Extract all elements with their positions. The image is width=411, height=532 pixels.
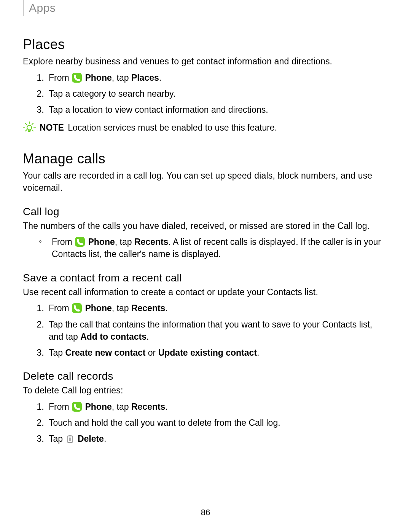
places-step-2: Tap a category to search nearby. xyxy=(46,88,388,100)
save-intro: Use recent call information to create a … xyxy=(23,286,388,299)
subheading-delete-records: Delete call records xyxy=(23,370,388,382)
delete-step-1: From Phone, tap Recents. xyxy=(46,401,388,413)
phone-icon xyxy=(75,237,85,247)
breadcrumb: Apps xyxy=(23,0,56,16)
save-step-2: Tap the call that contains the informati… xyxy=(46,318,388,343)
calllog-intro: The numbers of the calls you have dialed… xyxy=(23,220,388,232)
phone-icon xyxy=(72,402,82,412)
places-steps: From Phone, tap Places. Tap a category t… xyxy=(23,72,388,116)
places-step-3: Tap a location to view contact informati… xyxy=(46,104,388,116)
calllog-bullets: From Phone, tap Recents. A list of recen… xyxy=(23,236,388,260)
section-heading-places: Places xyxy=(23,37,388,53)
page-number: 86 xyxy=(0,508,411,518)
manual-page: Apps Places Explore nearby business and … xyxy=(0,0,411,532)
places-note: NOTE Location services must be enabled t… xyxy=(23,122,388,134)
calllog-bullet-1: From Phone, tap Recents. A list of recen… xyxy=(39,236,388,260)
save-step-1: From Phone, tap Recents. xyxy=(46,302,388,314)
note-body: Location services must be enabled to use… xyxy=(68,123,277,133)
note-label: NOTE xyxy=(40,123,64,133)
places-step-1: From Phone, tap Places. xyxy=(46,72,388,84)
section-heading-manage-calls: Manage calls xyxy=(23,151,388,167)
delete-intro: To delete Call log entries: xyxy=(23,385,388,397)
phone-icon xyxy=(72,303,82,313)
save-steps: From Phone, tap Recents. Tap the call th… xyxy=(23,302,388,359)
subheading-call-log: Call log xyxy=(23,206,388,218)
manage-intro: Your calls are recorded in a call log. Y… xyxy=(23,170,388,194)
places-intro: Explore nearby business and venues to ge… xyxy=(23,56,388,68)
save-step-3: Tap Create new contact or Update existin… xyxy=(46,347,388,359)
delete-step-2: Touch and hold the call you want to dele… xyxy=(46,417,388,429)
svg-rect-1 xyxy=(68,436,72,443)
phone-icon xyxy=(72,73,82,83)
svg-point-0 xyxy=(27,125,32,130)
tip-icon xyxy=(23,121,36,134)
delete-steps: From Phone, tap Recents. Touch and hold … xyxy=(23,401,388,445)
subheading-save-contact: Save a contact from a recent call xyxy=(23,272,388,284)
trash-icon xyxy=(66,434,74,444)
delete-step-3: Tap Delete. xyxy=(46,433,388,445)
